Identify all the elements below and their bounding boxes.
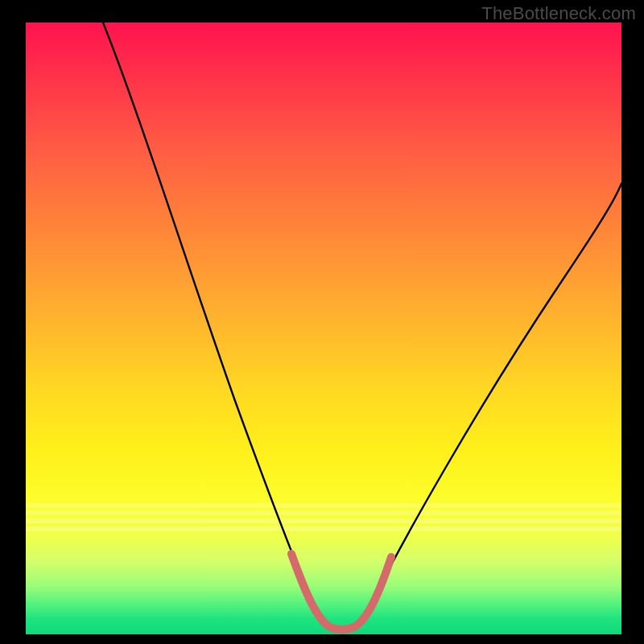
curve-svg bbox=[26, 23, 621, 634]
plot-area bbox=[26, 23, 621, 634]
bottleneck-curve bbox=[103, 23, 621, 629]
bottom-highlight bbox=[291, 554, 391, 630]
chart-stage: TheBottleneck.com bbox=[0, 0, 644, 644]
watermark-text: TheBottleneck.com bbox=[481, 3, 636, 24]
